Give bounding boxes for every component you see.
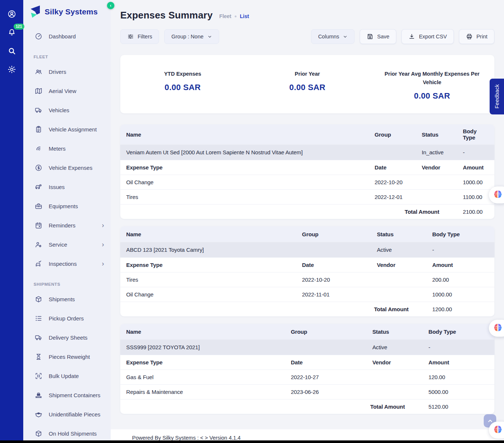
sidebar-item-equipments[interactable]: Equipments (23, 196, 111, 216)
vehicle-status: In_active (416, 145, 457, 159)
col-header-body-type: Body Type (422, 325, 494, 339)
section-label-fleet: FLEET (23, 46, 111, 62)
print-button[interactable]: Print (459, 29, 494, 44)
hourglass-icon (34, 353, 42, 361)
users-icon (34, 68, 42, 76)
columns-button[interactable]: Columns (311, 29, 355, 44)
amount-cell: 5000.00 (422, 385, 494, 399)
vehicle-body-type: - (457, 145, 494, 159)
sidebar-item-issues[interactable]: Issues (23, 177, 111, 196)
qr-scan-icon (34, 372, 42, 380)
sidebar-item-aerial-view[interactable]: Aerial View (23, 81, 111, 100)
sidebar-item-label: Pickup Orders (49, 315, 84, 322)
sidebar-item-label: Vehicle Assignment (49, 126, 97, 133)
clipboard-icon (34, 125, 42, 133)
col-header-status: Status (416, 128, 457, 141)
col-header-status: Status (366, 325, 422, 339)
meter-icon (34, 144, 42, 152)
save-button[interactable]: Save (360, 29, 396, 44)
date-cell: 2022-10-20 (369, 175, 416, 189)
ai-assistant-pill[interactable] (489, 320, 504, 337)
date-cell: 2022-10-27 (285, 370, 366, 384)
col-header-group: Group (369, 128, 416, 141)
filters-button[interactable]: Filters (120, 29, 159, 44)
sidebar-item-service[interactable]: Service› (23, 235, 111, 254)
settings-icon[interactable] (7, 64, 17, 75)
sidebar-item-reminders[interactable]: Reminders› (23, 216, 111, 235)
sidebar-item-meters[interactable]: Meters (23, 139, 111, 158)
page-title: Expenses Summary (120, 10, 213, 21)
col-header-body-type: Body Type (426, 227, 494, 241)
sidebar-item-label: Pieces Reweight (49, 354, 90, 360)
ai-assistant-pill[interactable] (489, 422, 504, 439)
amount-cell: 1000.00 (457, 175, 494, 189)
export-csv-label: Export CSV (419, 34, 447, 40)
sidebar-item-vehicles[interactable]: Vehicles (23, 100, 111, 120)
sidebar-item-vehicle-expenses[interactable]: Vehicle Expenses (23, 158, 111, 177)
subcol-header-vendor: Vendor (371, 258, 426, 272)
sidebar-item-shipments[interactable]: Shipments (23, 289, 111, 309)
sidebar-item-label: Reminders (49, 222, 76, 229)
sidebar-item-delivery-sheets[interactable]: Delivery Sheets (23, 328, 111, 347)
feedback-tab[interactable]: Feedback (490, 79, 504, 114)
save-icon (367, 33, 373, 40)
sidebar-item-label: Bulk Update (49, 373, 79, 379)
sidebar-collapse-button[interactable]: ‹ (107, 2, 114, 9)
vehicle-group (369, 149, 416, 156)
ai-brain-icon (493, 323, 503, 334)
brand-name: Silky Systems (45, 7, 98, 16)
sidebar-item-drivers[interactable]: Drivers (23, 62, 111, 81)
group-by-label: Group : None (171, 34, 203, 40)
car-check-icon (34, 260, 42, 268)
subcol-header-date: Date (296, 258, 371, 272)
vendor-cell (371, 276, 426, 284)
vehicle-status: Active (371, 243, 426, 257)
amount-cell: 200.00 (426, 273, 494, 286)
save-label: Save (377, 34, 389, 40)
sidebar-item-label: Inspections (49, 261, 77, 267)
sidebar-item-label: Drivers (49, 69, 66, 75)
expense-type-cell: Oil Change (120, 288, 296, 301)
stat-value: 0.00 SAR (245, 83, 370, 92)
notifications-icon[interactable]: 121 (7, 27, 17, 38)
sidebar-item-vehicle-assignment[interactable]: Vehicle Assignment (23, 120, 111, 139)
sidebar-item-pieces-reweight[interactable]: Pieces Reweight (23, 347, 111, 366)
vehicle-group (285, 344, 366, 351)
total-row-spacer (120, 403, 285, 411)
account-icon[interactable] (7, 9, 17, 19)
calendar-icon (34, 221, 42, 229)
sidebar-item-label: Unidentifiable Pieces (49, 411, 100, 418)
date-cell: 2022-11-01 (296, 288, 371, 301)
amount-cell: 120.00 (422, 370, 494, 384)
sidebar-item-dashboard[interactable]: Dashboard (23, 27, 111, 46)
ai-assistant-pill[interactable] (489, 186, 504, 203)
total-amount-value: 5120.00 (422, 400, 494, 413)
chevron-right-icon: › (102, 260, 104, 267)
subcol-header-vendor: Vendor (416, 161, 457, 174)
sidebar-item-unidentifiable-pieces[interactable]: Unidentifiable Pieces (23, 405, 111, 424)
print-label: Print (476, 34, 487, 40)
stat-ytd-expenses: YTD Expenses 0.00 SAR (120, 70, 245, 92)
vehicle-name: ABCD 123 [2021 Toyota Camry] (120, 243, 296, 257)
sidebar-item-pickup-orders[interactable]: Pickup Orders (23, 309, 111, 328)
expenses-table: NameGroupStatusBody TypeSSS999 [2022 TOY… (120, 324, 494, 414)
box-icon (34, 429, 42, 437)
search-icon[interactable] (7, 46, 17, 56)
dashboard-icon (34, 32, 42, 40)
breadcrumb-parent[interactable]: Fleet (219, 13, 231, 19)
summary-card: YTD Expenses 0.00 SAR Prior Year 0.00 SA… (120, 55, 494, 113)
breadcrumb-current[interactable]: List (240, 13, 249, 19)
sidebar-item-inspections[interactable]: Inspections› (23, 254, 111, 273)
vendor-cell (416, 193, 457, 201)
main-content: Expenses Summary Fleet List Filters Grou… (111, 0, 504, 443)
sidebar-item-label: Shipment Containers (49, 392, 100, 398)
export-csv-button[interactable]: Export CSV (401, 29, 454, 44)
brand-logo[interactable]: Silky Systems (23, 0, 111, 18)
total-row-spacer (120, 306, 296, 313)
sidebar-item-shipment-containers[interactable]: Shipment Containers (23, 385, 111, 405)
expense-row: Oil Change2022-10-201000.00 (120, 175, 494, 190)
sidebar-item-bulk-update[interactable]: Bulk Update (23, 366, 111, 385)
col-header-body-type: Body Type (457, 124, 494, 144)
group-by-button[interactable]: Group : None (164, 29, 219, 44)
vehicle-name: SSS999 [2022 TOYOTA 2021] (120, 340, 285, 354)
